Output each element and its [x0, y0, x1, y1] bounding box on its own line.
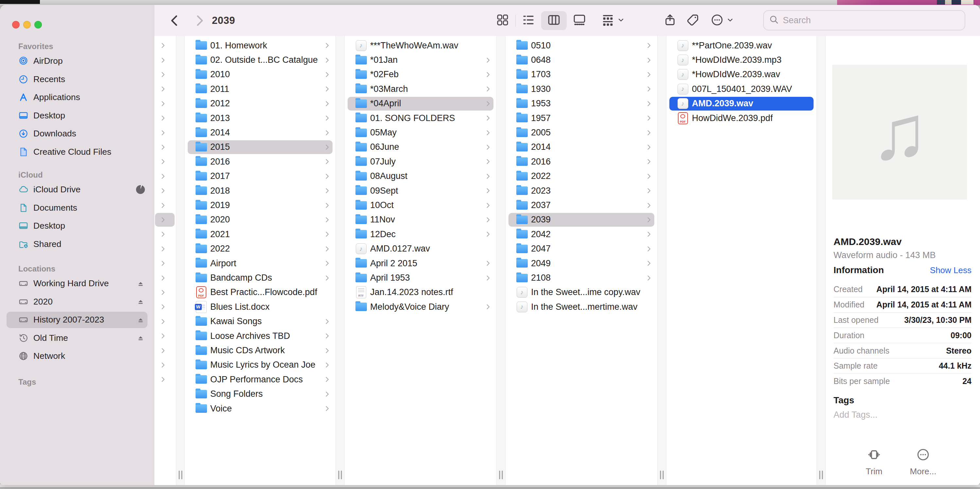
- file-row-2016[interactable]: 2016: [506, 155, 657, 169]
- file-row-01-song-folders[interactable]: 01. SONG FOLDERS: [345, 111, 496, 125]
- file-row-loose-archives-tbd[interactable]: Loose Archives TBD: [185, 329, 336, 343]
- more-button[interactable]: [710, 5, 734, 36]
- sidebar-item-icloud-drive[interactable]: iCloud Drive: [0, 180, 154, 199]
- parent-column-row[interactable]: [154, 314, 176, 329]
- file-row-01-homework[interactable]: 01. Homework: [185, 38, 336, 53]
- parent-column-row[interactable]: [154, 256, 176, 271]
- sidebar-item-documents[interactable]: Documents: [0, 199, 154, 217]
- file-row-1953[interactable]: 1953: [506, 97, 657, 111]
- column-resize-handle[interactable]: [660, 471, 664, 479]
- file-row-1930[interactable]: 1930: [506, 82, 657, 96]
- file-row-06june[interactable]: 06June: [345, 140, 496, 155]
- sidebar-item-desktop[interactable]: Desktop: [0, 217, 154, 235]
- parent-column-row[interactable]: [154, 67, 176, 82]
- view-gallery-button[interactable]: [567, 11, 592, 30]
- eject-icon[interactable]: [136, 297, 145, 306]
- file-row-ojp-performance-docs[interactable]: OJP Performance Docs: [185, 372, 336, 387]
- file-row-1703[interactable]: 1703: [506, 67, 657, 82]
- column-resize-handle[interactable]: [339, 471, 342, 479]
- file-row-1957[interactable]: 1957: [506, 111, 657, 125]
- file-row-song-folders[interactable]: Song Folders: [185, 387, 336, 401]
- file-row-09sept[interactable]: 09Sept: [345, 183, 496, 198]
- file-row-02feb[interactable]: *02Feb: [345, 67, 496, 82]
- sidebar-item-network[interactable]: Network: [0, 347, 154, 365]
- file-row-2015[interactable]: 2015: [185, 140, 336, 155]
- parent-column-row[interactable]: [154, 111, 176, 125]
- file-row-jan-14-2023-notes-rtf[interactable]: Jan.14.2023 notes.rtf: [345, 285, 496, 299]
- file-row-03march[interactable]: *03March: [345, 82, 496, 96]
- file-row-2010[interactable]: 2010: [185, 67, 336, 82]
- file-row-thewhoweam-wav[interactable]: ***TheWhoWeAm.wav: [345, 38, 496, 53]
- sidebar-item-working-hard-drive[interactable]: Working Hard Drive: [0, 274, 154, 293]
- sidebar-item-2020[interactable]: 2020: [0, 293, 154, 311]
- back-button[interactable]: [167, 5, 182, 36]
- file-row-2013[interactable]: 2013: [185, 111, 336, 125]
- eject-icon[interactable]: [136, 333, 145, 343]
- view-columns-button[interactable]: [541, 11, 567, 30]
- file-row-april-2-2015[interactable]: April 2 2015: [345, 256, 496, 271]
- parent-column-row[interactable]: [154, 358, 176, 372]
- sidebar-item-shared[interactable]: Shared: [0, 235, 154, 253]
- parent-column-row[interactable]: [154, 183, 176, 198]
- parent-column-row[interactable]: [154, 140, 176, 155]
- parent-column-row[interactable]: [154, 198, 176, 212]
- file-row-2042[interactable]: 2042: [506, 227, 657, 241]
- parent-column-row[interactable]: [154, 299, 176, 314]
- file-row-music-cds-artwork[interactable]: Music CDs Artwork: [185, 343, 336, 357]
- file-row-2039[interactable]: 2039: [506, 213, 657, 227]
- file-row-in-the-sweet-ime-copy-wav[interactable]: In the Sweet...ime copy.wav: [506, 285, 657, 299]
- parent-column-row[interactable]: [154, 271, 176, 285]
- file-row-10oct[interactable]: 10Oct: [345, 198, 496, 212]
- view-list-button[interactable]: [515, 11, 541, 30]
- share-button[interactable]: [663, 5, 677, 36]
- file-row-howdidwe-2039-mp3[interactable]: *HowDIdWe.2039.mp3: [667, 53, 816, 67]
- file-row-04april[interactable]: *04April: [345, 97, 496, 111]
- file-row-07july[interactable]: 07July: [345, 155, 496, 169]
- sidebar-item-creative-cloud-files[interactable]: Creative Cloud Files: [0, 143, 154, 161]
- column-divider[interactable]: [176, 36, 185, 485]
- parent-column-row[interactable]: [154, 53, 176, 67]
- sidebar-item-desktop[interactable]: Desktop: [0, 107, 154, 125]
- file-row-2014[interactable]: 2014: [185, 125, 336, 140]
- column-divider[interactable]: [336, 36, 345, 485]
- sidebar-item-downloads[interactable]: Downloads: [0, 124, 154, 143]
- file-row-howdidwe-2039-wav[interactable]: *HowDIdWe.2039.wav: [667, 67, 816, 82]
- file-row-2023[interactable]: 2023: [506, 183, 657, 198]
- file-row-april-1953[interactable]: April 1953: [345, 271, 496, 285]
- file-row-2108[interactable]: 2108: [506, 271, 657, 285]
- parent-column-row[interactable]: [154, 213, 176, 227]
- file-row-voice[interactable]: Voice: [185, 401, 336, 416]
- parent-column-row[interactable]: [154, 227, 176, 241]
- file-row-2016[interactable]: 2016: [185, 155, 336, 169]
- file-row-0648[interactable]: 0648: [506, 53, 657, 67]
- file-row-amd-2039-wav[interactable]: AMD.2039.wav: [667, 97, 816, 111]
- column-divider[interactable]: [496, 36, 506, 485]
- file-row-01jan[interactable]: *01Jan: [345, 53, 496, 67]
- parent-column-row[interactable]: [154, 82, 176, 96]
- file-row-11nov[interactable]: 11Nov: [345, 213, 496, 227]
- sidebar-item-applications[interactable]: Applications: [0, 88, 154, 107]
- file-row-2049[interactable]: 2049: [506, 256, 657, 271]
- trim-button[interactable]: Trim: [854, 448, 894, 476]
- file-row-2012[interactable]: 2012: [185, 97, 336, 111]
- column-divider[interactable]: [816, 36, 826, 485]
- column-resize-handle[interactable]: [819, 471, 823, 479]
- sidebar-item-recents[interactable]: Recents: [0, 70, 154, 89]
- parent-column-row[interactable]: [154, 169, 176, 183]
- search-input[interactable]: [782, 15, 965, 26]
- more-button[interactable]: More...: [904, 448, 943, 476]
- file-row-2011[interactable]: 2011: [185, 82, 336, 96]
- file-row-partone-2039-wav[interactable]: **PartOne.2039.wav: [667, 38, 816, 53]
- sidebar-item-history-2007-2023[interactable]: History 2007-2023: [0, 311, 154, 329]
- file-row-bandcamp-cds[interactable]: Bandcamp CDs: [185, 271, 336, 285]
- file-row-blues-list-docx[interactable]: Blues List.docx: [185, 299, 336, 314]
- file-row-melody-voice-diary[interactable]: Melody&Voice Diary: [345, 299, 496, 314]
- parent-column-row[interactable]: [154, 125, 176, 140]
- show-less-link[interactable]: Show Less: [930, 265, 972, 276]
- file-row-2021[interactable]: 2021: [185, 227, 336, 241]
- group-button[interactable]: [601, 5, 625, 36]
- sidebar-item-old-time[interactable]: Old Time: [0, 329, 154, 347]
- tags-button[interactable]: [686, 5, 700, 36]
- file-row-08august[interactable]: 08August: [345, 169, 496, 183]
- add-tags-field[interactable]: Add Tags...: [834, 410, 878, 420]
